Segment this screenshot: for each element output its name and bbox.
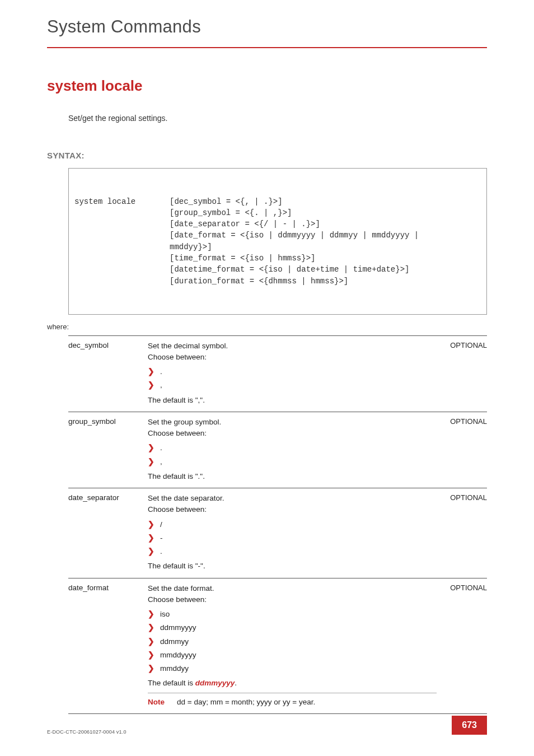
param-name: date_format [68, 583, 148, 708]
doc-id: E-DOC-CTC-20061027-0004 v1.0 [47, 729, 127, 735]
params-table: dec_symbol Set the decimal symbol. Choos… [68, 335, 487, 714]
option-item: ❯ , [148, 455, 437, 469]
note-row: Note dd = day; mm = month; yyyy or yy = … [148, 693, 437, 708]
option-item: ❯ ddmmyyyy [148, 621, 437, 634]
option-text: . [160, 366, 162, 377]
option-text: , [160, 380, 162, 391]
param-choose: Choose between: [148, 504, 437, 515]
param-intro: Set the date separator. [148, 493, 437, 504]
param-intro: Set the decimal symbol. [148, 340, 437, 352]
chevron-right-icon: ❯ [148, 651, 160, 659]
option-text: iso [160, 609, 170, 620]
param-row: date_separator Set the date separator. C… [68, 488, 487, 578]
syntax-body: [dec_symbol = <{, | .}>] [group_symbol =… [170, 196, 481, 287]
chevron-right-icon: ❯ [148, 367, 160, 375]
param-flag: OPTIONAL [437, 493, 487, 572]
param-desc: Set the group symbol. Choose between: ❯ … [148, 417, 437, 482]
option-text: mmddyyyy [160, 650, 196, 661]
chevron-right-icon: ❯ [148, 610, 160, 618]
param-choose: Choose between: [148, 428, 437, 439]
param-desc: Set the date format. Choose between: ❯ i… [148, 583, 437, 708]
param-choose: Choose between: [148, 352, 437, 363]
chevron-right-icon: ❯ [148, 534, 160, 542]
option-item: ❯ . [148, 441, 437, 455]
page-footer: E-DOC-CTC-20061027-0004 v1.0 673 [47, 716, 487, 735]
option-item: ❯ , [148, 379, 437, 392]
param-flag: OPTIONAL [437, 417, 487, 482]
where-label: where: [47, 323, 487, 331]
note-text: dd = day; mm = month; yyyy or yy = year. [177, 697, 315, 708]
header-divider [47, 47, 487, 48]
chevron-right-icon: ❯ [148, 547, 160, 555]
param-row: date_format Set the date format. Choose … [68, 578, 487, 714]
param-choose: Choose between: [148, 594, 437, 605]
default-prefix: The default is [148, 679, 195, 687]
chevron-right-icon: ❯ [148, 458, 160, 465]
option-text: . [160, 546, 162, 557]
syntax-label: SYNTAX: [47, 151, 487, 160]
option-item: ❯ ddmmyy [148, 635, 437, 648]
chevron-right-icon: ❯ [148, 623, 160, 631]
option-item: ❯ - [148, 531, 437, 545]
option-text: - [160, 533, 163, 544]
syntax-box: system locale [dec_symbol = <{, | .}>] [… [68, 168, 487, 315]
chevron-right-icon: ❯ [148, 381, 160, 389]
param-intro: Set the group symbol. [148, 417, 437, 428]
param-name: group_symbol [68, 417, 148, 482]
param-desc: Set the date separator. Choose between: … [148, 493, 437, 572]
param-name: dec_symbol [68, 340, 148, 406]
chevron-right-icon: ❯ [148, 637, 160, 645]
param-flag: OPTIONAL [437, 583, 487, 708]
param-default: The default is "-". [148, 561, 437, 572]
chevron-right-icon: ❯ [148, 664, 160, 672]
option-text: / [160, 519, 162, 530]
page-number-badge: 673 [452, 716, 487, 735]
param-intro: Set the date format. [148, 583, 437, 594]
option-item: ❯ . [148, 365, 437, 379]
default-suffix: . [235, 679, 237, 687]
command-description: Set/get the regional settings. [68, 114, 487, 123]
param-flag: OPTIONAL [437, 340, 487, 406]
param-row: dec_symbol Set the decimal symbol. Choos… [68, 335, 487, 412]
option-item: ❯ iso [148, 608, 437, 621]
param-default: The default is ".". [148, 471, 437, 482]
option-item: ❯ / [148, 518, 437, 531]
chevron-right-icon: ❯ [148, 444, 160, 451]
option-item: ❯ mmddyyyy [148, 648, 437, 662]
default-value: ddmmyyyy [195, 679, 235, 687]
option-item: ❯ mmddyy [148, 662, 437, 675]
param-desc: Set the decimal symbol. Choose between: … [148, 340, 437, 406]
option-text: ddmmyyyy [160, 622, 196, 633]
syntax-command: system locale [74, 196, 170, 287]
param-default: The default is ",". [148, 395, 437, 406]
chevron-right-icon: ❯ [148, 520, 160, 528]
option-text: mmddyy [160, 663, 189, 674]
param-row: group_symbol Set the group symbol. Choos… [68, 412, 487, 488]
param-default: The default is ddmmyyyy. [148, 678, 437, 689]
option-text: , [160, 456, 162, 468]
param-name: date_separator [68, 493, 148, 572]
command-title: system locale [47, 77, 487, 95]
option-text: . [160, 442, 162, 454]
page-header-title: System Commands [47, 17, 487, 37]
option-item: ❯ . [148, 545, 437, 558]
note-label: Note [148, 697, 177, 708]
option-text: ddmmyy [160, 636, 189, 647]
